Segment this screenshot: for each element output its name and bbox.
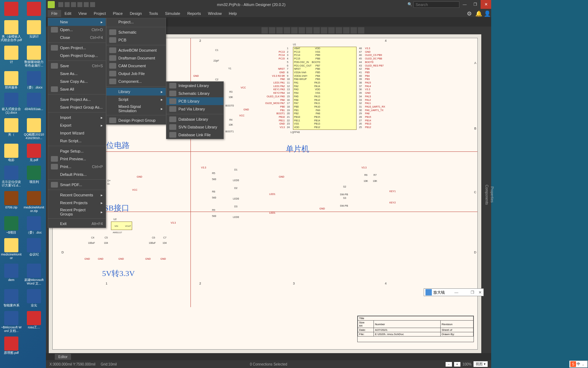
desktop-file-icon[interactable]: 0709.zip: [1, 191, 22, 209]
maximize-button[interactable]: ❐: [470, 0, 481, 9]
file-recent-groups[interactable]: Recent Project Groups▸: [48, 207, 106, 217]
menu-help[interactable]: Help: [225, 10, 241, 17]
new-cam[interactable]: CAM Document: [106, 62, 166, 70]
lib-dblink[interactable]: Database Link File: [166, 131, 223, 139]
lib-pcb[interactable]: PCB Library: [166, 97, 223, 105]
desktop-file-icon[interactable]: 夹（: [1, 118, 22, 137]
desktop-file-icon[interactable]: 北斗定位仪设计方案V2.d...: [1, 166, 22, 188]
menu-reports[interactable]: Reports: [184, 10, 205, 17]
magnifier-window[interactable]: 放大镜 — ❐ ✕: [424, 288, 484, 296]
net-tool-icon[interactable]: [299, 27, 305, 34]
desktop-file-icon[interactable]: 计: [1, 46, 22, 64]
desktop-file-icon[interactable]: [23, 2, 45, 17]
desktop-file-icon[interactable]: QQ截图2021041623010...: [23, 118, 45, 140]
file-save-project-as[interactable]: Save Project As...: [48, 96, 106, 103]
new-pcb[interactable]: PCB: [106, 36, 166, 44]
menu-design[interactable]: Design: [126, 10, 145, 17]
lib-padvia[interactable]: Pad Via Library: [166, 105, 223, 113]
user-icon[interactable]: 👤▾: [484, 10, 489, 16]
desktop-file-icon[interactable]: d24d151aa...: [23, 93, 45, 111]
menu-place[interactable]: Place: [110, 10, 127, 17]
desktop-file-icon[interactable]: roso工...: [23, 311, 45, 329]
port-tool-icon[interactable]: [336, 27, 342, 34]
qat-undo-icon[interactable]: [84, 2, 89, 7]
menu-window[interactable]: Window: [204, 10, 225, 17]
desktop-file-icon[interactable]: 嵌入式校企合(1).docx: [1, 93, 22, 115]
file-print-preview[interactable]: Print Preview...: [48, 155, 106, 163]
grid-tool-icon[interactable]: [358, 27, 364, 34]
qat-redo-icon[interactable]: [90, 2, 95, 7]
drawing-tool-icon[interactable]: [351, 27, 357, 34]
desktop-file-icon[interactable]: 数据驱动助力有色金属行...: [23, 46, 45, 68]
menu-view[interactable]: View: [75, 10, 90, 17]
file-import-wizard[interactable]: Import Wizard: [48, 129, 106, 137]
new-design-group[interactable]: Design Project Group: [106, 116, 166, 124]
desktop-file-icon[interactable]: medicineMonitor.zip: [23, 191, 45, 213]
file-save[interactable]: SaveCtrl+S: [48, 62, 106, 70]
menu-tools[interactable]: Tools: [145, 10, 161, 17]
file-save-copy-as[interactable]: Save Copy As...: [48, 77, 106, 85]
properties-panel-tab[interactable]: Properties: [489, 36, 495, 353]
align-tool-icon[interactable]: [284, 27, 290, 34]
cursor-tool-icon[interactable]: [261, 27, 268, 34]
zoom-out-button[interactable]: −: [446, 362, 452, 367]
desktop-file-icon[interactable]: 实训计: [23, 20, 45, 39]
part-tool-icon[interactable]: [321, 27, 327, 34]
file-new[interactable]: New▸: [48, 18, 106, 26]
close-button[interactable]: ✕: [481, 0, 491, 9]
desktop-file-icon[interactable]: dem: [1, 264, 22, 282]
new-schematic[interactable]: Schematic: [106, 28, 166, 36]
magnifier-maximize[interactable]: ❐: [468, 290, 477, 295]
qat-open-icon[interactable]: [65, 2, 70, 7]
qat-copy-icon[interactable]: [77, 2, 82, 7]
desktop-file-icon[interactable]: 电影: [1, 144, 22, 162]
lib-svn[interactable]: SVN Database Library: [166, 123, 223, 131]
file-recent-projects[interactable]: Recent Projects▸: [48, 199, 106, 207]
power-tool-icon[interactable]: [313, 27, 320, 34]
text-tool-icon[interactable]: [343, 27, 349, 34]
magnifier-close[interactable]: ✕: [477, 290, 483, 295]
desktop-file-icon[interactable]: 会议纪: [23, 238, 45, 257]
desktop-file-icon[interactable]: 智能案件系: [1, 289, 22, 307]
ime-indicator[interactable]: S 中 ，: [569, 361, 588, 368]
file-run-script[interactable]: Run Script...: [48, 137, 106, 145]
file-close[interactable]: CloseCtrl+F4: [48, 34, 106, 41]
file-save-as[interactable]: Save As...: [48, 70, 106, 77]
desktop-file-icon[interactable]: （委）.docx: [23, 71, 45, 90]
new-component[interactable]: Component...: [106, 77, 166, 85]
new-draftsman[interactable]: Draftsman Document: [106, 54, 166, 62]
desktop-file-icon[interactable]: medicineMonitor: [1, 238, 22, 260]
select-tool-icon[interactable]: [276, 27, 283, 34]
gear-icon[interactable]: ⚙: [467, 10, 472, 16]
wire-tool-icon[interactable]: [291, 27, 298, 34]
new-mixed-signal[interactable]: Mixed-Signal Simulation▸: [106, 103, 166, 114]
new-script[interactable]: Script▸: [106, 96, 166, 103]
file-open[interactable]: Open...Ctrl+O: [48, 26, 106, 34]
desktop-file-icon[interactable]: 夹（金橙嵌入式校企合作.pdf: [1, 20, 22, 42]
move-tool-icon[interactable]: [269, 27, 275, 34]
desktop-file-icon[interactable]: （委）.doc: [23, 216, 45, 235]
menu-file[interactable]: File: [48, 10, 61, 17]
file-default-prints[interactable]: Default Prints...: [48, 171, 106, 178]
minimize-button[interactable]: —: [459, 0, 470, 9]
menu-project[interactable]: Project: [90, 10, 109, 17]
lib-database[interactable]: Database Library: [166, 115, 223, 123]
new-activebom[interactable]: ActiveBOM Document: [106, 46, 166, 54]
desktop-file-icon[interactable]: ~$项目: [1, 216, 22, 235]
desktop-file-icon[interactable]: 见.pdf: [23, 144, 45, 162]
bus-tool-icon[interactable]: [306, 27, 312, 34]
view-button[interactable]: 视图 ▾: [474, 361, 488, 367]
qat-save-icon[interactable]: [58, 2, 63, 7]
desktop-file-icon[interactable]: 业实: [23, 289, 45, 307]
editor-tab[interactable]: Editor: [55, 354, 71, 360]
desktop-file-icon[interactable]: 原理图.pdf: [1, 337, 22, 355]
file-save-project-group-as[interactable]: Save Project Group As...: [48, 103, 106, 111]
sheet-tool-icon[interactable]: [328, 27, 335, 34]
new-outputjob[interactable]: Output Job File: [106, 70, 166, 77]
file-page-setup[interactable]: Page Setup...: [48, 147, 106, 155]
desktop-file-icon[interactable]: [1, 2, 22, 17]
qat-folder-icon[interactable]: [71, 2, 76, 7]
components-panel-tab[interactable]: Components: [484, 36, 489, 353]
file-open-project[interactable]: Open Project...: [48, 44, 106, 52]
file-save-all[interactable]: Save All: [48, 85, 106, 93]
